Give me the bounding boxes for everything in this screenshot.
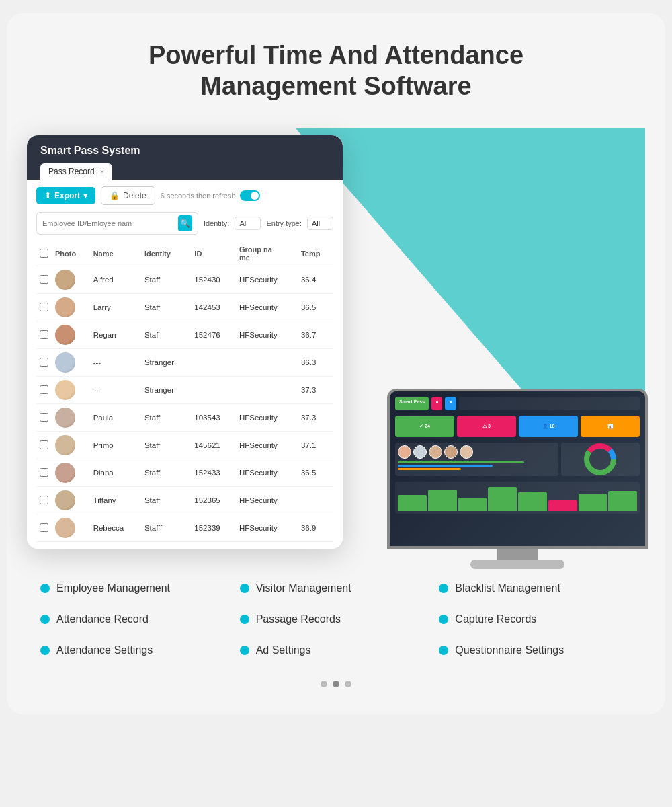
monitor: Smart Pass ● ● ✓ 24 ⚠ 3 👤 18 [376,391,659,569]
dot-2[interactable] [333,681,339,687]
cell-name: Paula [90,404,141,432]
cell-temp: 36.7 [298,321,333,349]
cell-name: Regan [90,321,141,349]
cell-id: 152476 [191,321,236,349]
pagination-dots [27,681,645,687]
monitor-card-2: ● [431,397,442,410]
cell-identity: Staff [141,294,191,321]
feature-label: Visitor Management [256,582,351,594]
cell-name: Rebecca [90,514,141,542]
dot-1[interactable] [321,681,327,687]
feature-dot [240,584,249,593]
row-checkbox[interactable] [40,440,48,449]
table-row: Paula Staff 103543 HFSecurity 37.3 [36,404,333,432]
row-checkbox[interactable] [40,468,48,477]
tab-label: Pass Record [48,167,95,176]
cell-id: 152365 [191,487,236,514]
feature-dot [40,584,50,593]
cell-temp: 37.3 [298,377,333,404]
window-titlebar: Smart Pass System Pass Record × [27,135,343,180]
cell-temp: 36.4 [298,266,333,294]
cell-identity: Staff [141,404,191,432]
row-checkbox[interactable] [40,385,48,394]
monitor-stand-neck [497,546,538,560]
row-checkbox[interactable] [40,303,48,311]
search-input[interactable] [42,219,174,227]
feature-label: Blacklist Management [455,582,560,594]
cell-name: --- [90,349,141,377]
cell-temp: 36.9 [298,514,333,542]
cell-temp: 36.5 [298,459,333,487]
feature-dot [439,646,448,655]
feature-item: Capture Records [439,613,632,625]
monitor-content: Smart Pass ● ● ✓ 24 ⚠ 3 👤 18 [390,391,645,546]
features-section: Employee Management Visitor Management B… [27,582,645,656]
pass-records-table: Photo Name Identity ID Group name Temp A… [36,241,333,542]
cell-group: HFSecurity [236,487,298,514]
col-name: Name [90,241,141,266]
dot-3[interactable] [345,681,351,687]
cell-temp [298,487,333,514]
cell-id: 152430 [191,266,236,294]
identity-select[interactable]: All [235,217,261,230]
row-checkbox[interactable] [40,496,48,504]
row-checkbox[interactable] [40,523,48,532]
ui-window: Smart Pass System Pass Record × ⬆ Export… [27,135,343,549]
table-row: Diana Staff 152433 HFSecurity 36.5 [36,459,333,487]
feature-dot [240,615,249,624]
delete-button[interactable]: 🔒 Delete [101,186,155,205]
search-wrapper: 🔍 [36,212,198,235]
cell-temp: 36.5 [298,294,333,321]
row-checkbox[interactable] [40,413,48,422]
avatar [55,463,75,483]
search-button[interactable]: 🔍 [178,215,192,231]
cell-name: --- [90,377,141,404]
refresh-toggle[interactable] [240,190,260,201]
avatar [55,325,75,345]
middle-section: Smart Pass System Pass Record × ⬆ Export… [27,128,645,549]
toggle-knob [251,192,259,200]
cell-group [236,377,298,404]
avatar [55,518,75,538]
cell-name: Primo [90,432,141,459]
feature-item: Attendance Record [40,613,233,625]
filter-bar: 🔍 Identity: All Entry type: All [36,212,333,235]
export-icon: ⬆ [44,191,51,200]
window-tab[interactable]: Pass Record × [40,163,112,180]
avatar [55,297,75,317]
feature-dot [240,646,249,655]
row-checkbox[interactable] [40,275,48,284]
lock-icon: 🔒 [110,191,120,200]
row-checkbox[interactable] [40,358,48,367]
identity-label: Identity: [204,219,230,227]
cell-temp: 36.3 [298,349,333,377]
cell-identity: Stranger [141,377,191,404]
entry-type-select[interactable]: All [307,217,333,230]
table-row: Alfred Staff 152430 HFSecurity 36.4 [36,266,333,294]
cell-id: 152339 [191,514,236,542]
feature-dot [40,615,50,624]
search-icon: 🔍 [180,219,190,228]
col-identity: Identity [141,241,191,266]
cell-id: 103543 [191,404,236,432]
features-grid: Employee Management Visitor Management B… [40,582,632,656]
cell-group: HFSecurity [236,266,298,294]
feature-label: Capture Records [455,613,536,625]
monitor-screen: Smart Pass ● ● ✓ 24 ⚠ 3 👤 18 [390,391,645,546]
cell-id [191,349,236,377]
tab-close-icon[interactable]: × [100,167,104,176]
cell-name: Diana [90,459,141,487]
window-body: ⬆ Export ▾ 🔒 Delete 6 seconds then refre… [27,180,343,549]
cell-id: 142453 [191,294,236,321]
cell-group: HFSecurity [236,432,298,459]
feature-dot [439,584,448,593]
cell-identity: Staff [141,266,191,294]
row-checkbox[interactable] [40,330,48,339]
cell-group: HFSecurity [236,514,298,542]
avatar [55,380,75,400]
export-button[interactable]: ⬆ Export ▾ [36,187,95,204]
cell-group: HFSecurity [236,294,298,321]
select-all-checkbox[interactable] [40,249,48,258]
cell-group [236,349,298,377]
table-row: --- Stranger 36.3 [36,349,333,377]
